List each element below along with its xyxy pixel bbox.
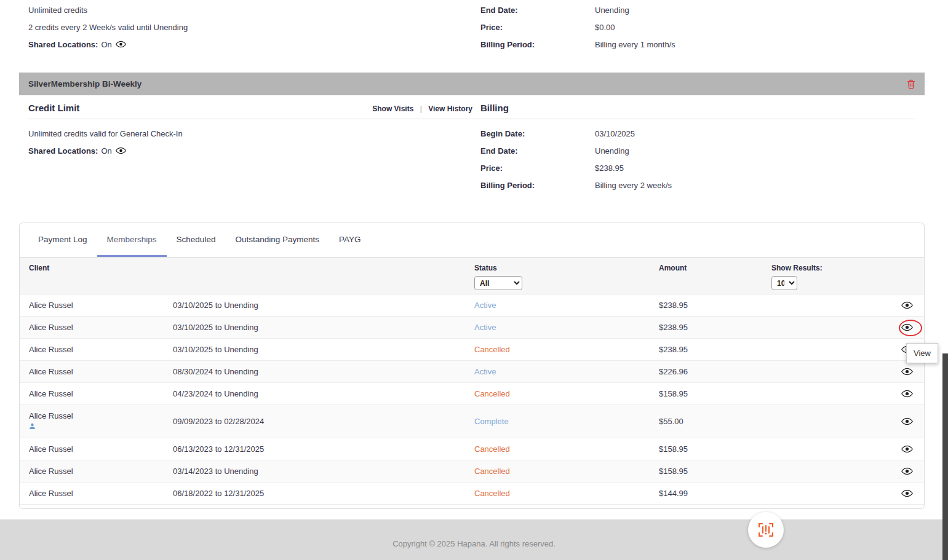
tab-outstanding-payments[interactable]: Outstanding Payments (225, 223, 329, 257)
amount-value: $238.95 (659, 345, 771, 354)
view-eye-icon[interactable] (901, 390, 913, 398)
client-name: Alice Russel (29, 444, 173, 454)
detail-label: Price: (480, 23, 595, 32)
page-size-select[interactable]: 10 (771, 276, 797, 290)
detail-value: Billing every 2 week/s (595, 181, 672, 190)
table-header: Client Status All Amount Show Results: 1… (20, 258, 924, 294)
detail-label: Billing Period: (480, 40, 595, 49)
amount-value: $158.95 (659, 467, 771, 476)
amount-value: $55.00 (659, 417, 771, 426)
status-label: Cancelled (474, 389, 659, 398)
summary-billing-column: End Date: Unending Price: $0.00 Billing … (480, 1, 925, 60)
status-label: Active (474, 367, 659, 376)
client-name: Alice Russel (29, 467, 173, 476)
view-eye-icon[interactable] (901, 368, 913, 376)
detail-value: $0.00 (595, 23, 615, 32)
shared-locations-eye-icon[interactable] (112, 147, 126, 154)
hapana-scan-badge[interactable] (748, 512, 784, 548)
show-visits-link[interactable]: Show Visits (372, 105, 413, 113)
membership-body: Credit Limit Show Visits | View History … (19, 95, 925, 194)
link-divider: | (420, 105, 422, 113)
credit-line-1: Unlimited credits (28, 1, 480, 18)
shared-locations-row: Shared Locations: On (28, 142, 480, 159)
credit-limit-heading: Credit Limit (28, 103, 79, 113)
client-name: Alice Russel (29, 489, 173, 498)
credit-limit-content: Unlimited credits valid for General Chec… (28, 119, 480, 159)
detail-label: End Date: (480, 6, 595, 15)
tab-scheduled[interactable]: Scheduled (167, 223, 226, 257)
membership-dates: 08/30/2024 to Unending (173, 367, 474, 376)
view-eye-icon[interactable] (901, 445, 913, 453)
detail-value: Unending (595, 6, 629, 15)
status-label: Active (474, 301, 659, 310)
billing-header: Billing (480, 103, 915, 119)
detail-label: Billing Period: (480, 181, 595, 190)
view-tooltip: View (906, 343, 938, 363)
table-row: Alice Russel 03/10/2025 to Unending Acti… (20, 294, 924, 317)
shared-locations-value: On (101, 146, 111, 156)
client-name: Alice Russel (29, 411, 173, 420)
client-name: Alice Russel (29, 301, 173, 310)
billing-detail-row: End Date: Unending (480, 1, 915, 18)
credit-limit-section: Credit Limit Show Visits | View History … (28, 103, 480, 194)
detail-label: Price: (480, 164, 595, 173)
table-row: Alice Russel 08/30/2024 to Unending Acti… (20, 361, 924, 383)
amount-value: $226.96 (659, 367, 771, 376)
detail-label: End Date: (480, 146, 595, 156)
view-eye-icon[interactable] (901, 301, 913, 309)
credit-limit-header: Credit Limit Show Visits | View History (28, 103, 480, 119)
membership-dates: 03/10/2025 to Unending (173, 301, 474, 310)
membership-dates: 06/13/2023 to 12/31/2025 (173, 444, 474, 454)
tab-payg[interactable]: PAYG (329, 223, 371, 257)
credit-line-2: 2 credits every 2 Week/s valid until Une… (28, 18, 480, 36)
shared-locations-label: Shared Locations: (28, 146, 98, 156)
client-person-icon[interactable] (29, 422, 173, 432)
click-highlight-annotation (899, 320, 922, 336)
detail-value: Billing every 1 month/s (595, 40, 675, 49)
billing-detail-row: Price: $0.00 (480, 18, 915, 36)
amount-value: $144.99 (659, 489, 771, 498)
view-eye-icon[interactable] (901, 489, 913, 497)
status-label: Cancelled (474, 489, 659, 498)
tab-memberships[interactable]: Memberships (97, 223, 167, 257)
billing-heading: Billing (480, 103, 509, 113)
scrollbar-thumb[interactable] (942, 353, 948, 560)
shared-locations-eye-icon[interactable] (112, 41, 126, 48)
barcode-scan-icon (757, 522, 775, 538)
status-label: Cancelled (474, 345, 659, 354)
view-eye-icon[interactable] (901, 417, 913, 425)
show-results-label: Show Results: (771, 264, 823, 272)
membership-card: SilverMembership Bi-Weekly Credit Limit … (19, 73, 925, 200)
credit-limit-links: Show Visits | View History (372, 105, 480, 113)
tabs-bar: Payment Log Memberships Scheduled Outsta… (20, 223, 924, 258)
tab-payment-log[interactable]: Payment Log (28, 223, 97, 257)
status-filter-select[interactable]: All (474, 276, 522, 290)
billing-detail-row: Price: $238.95 (480, 159, 915, 176)
amount-value: $158.95 (659, 389, 771, 398)
status-label: Active (474, 323, 659, 332)
amount-value: $238.95 (659, 323, 771, 332)
table-row: Alice Russel 06/13/2023 to 12/31/2025 Ca… (20, 438, 924, 460)
client-name: Alice Russel (29, 323, 173, 332)
membership-title: SilverMembership Bi-Weekly (28, 79, 141, 89)
client-name: Alice Russel (29, 367, 173, 376)
status-column-header: Status (474, 264, 497, 272)
table-row: Alice Russel 03/10/2025 to Unending Acti… (20, 317, 924, 339)
copyright-text: Copyright © 2025 Hapana. All rights rese… (0, 519, 948, 548)
membership-dates: 03/10/2025 to Unending (173, 345, 474, 354)
footer: Copyright © 2025 Hapana. All rights rese… (0, 519, 948, 560)
shared-locations-value: On (101, 40, 111, 49)
membership-titlebar: SilverMembership Bi-Weekly (19, 73, 925, 95)
detail-value: Unending (595, 146, 629, 156)
delete-membership-button[interactable] (907, 79, 915, 89)
client-column-header: Client (29, 264, 173, 272)
billing-detail-row: Begin Date: 03/10/2025 (480, 125, 915, 142)
table-row: Alice Russel 09/09/2023 to 02/28/2024 Co… (20, 405, 924, 438)
table-row: Alice Russel 04/23/2024 to Unending Canc… (20, 383, 924, 405)
amount-column-header: Amount (659, 264, 771, 272)
view-history-link[interactable]: View History (428, 105, 472, 113)
membership-dates: 04/23/2024 to Unending (173, 389, 474, 398)
membership-dates: 06/18/2022 to 12/31/2025 (173, 489, 474, 498)
view-eye-icon[interactable] (901, 467, 913, 475)
detail-value: 03/10/2025 (595, 129, 635, 138)
